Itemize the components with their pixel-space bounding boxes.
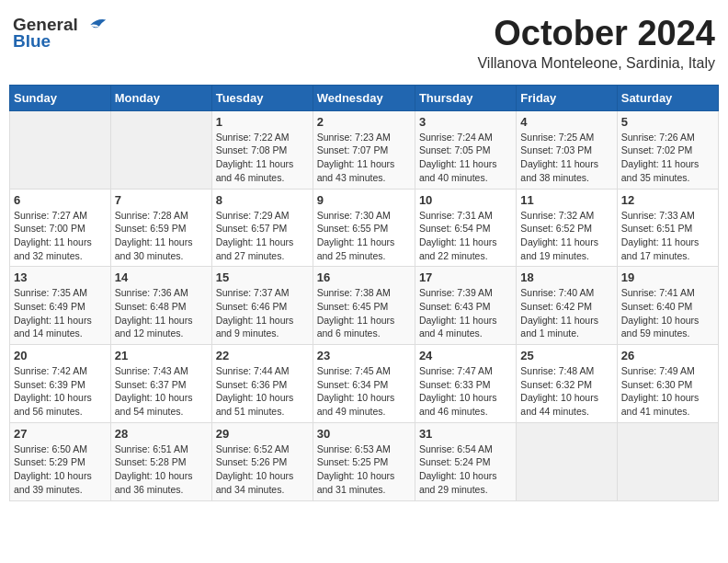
- day-info: Sunrise: 7:36 AMSunset: 6:48 PMDaylight:…: [115, 286, 208, 340]
- calendar-cell: 28Sunrise: 6:51 AMSunset: 5:28 PMDayligh…: [110, 422, 211, 500]
- calendar-body: 1Sunrise: 7:22 AMSunset: 7:08 PMDaylight…: [10, 110, 719, 500]
- day-info: Sunrise: 7:44 AMSunset: 6:36 PMDaylight:…: [216, 364, 309, 419]
- day-number: 28: [115, 427, 208, 441]
- calendar-cell: 23Sunrise: 7:45 AMSunset: 6:34 PMDayligh…: [313, 345, 415, 423]
- day-info: Sunrise: 7:23 AMSunset: 7:07 PMDaylight:…: [317, 131, 411, 185]
- calendar-cell: [617, 422, 718, 500]
- title-block: October 2024 Villanova Monteleone, Sardi…: [477, 15, 715, 72]
- calendar-cell: 20Sunrise: 7:42 AMSunset: 6:39 PMDayligh…: [10, 345, 111, 423]
- day-number: 9: [317, 193, 411, 207]
- calendar-cell: 25Sunrise: 7:48 AMSunset: 6:32 PMDayligh…: [517, 345, 617, 423]
- calendar-week-3: 13Sunrise: 7:35 AMSunset: 6:49 PMDayligh…: [10, 267, 719, 345]
- calendar-cell: 17Sunrise: 7:39 AMSunset: 6:43 PMDayligh…: [415, 267, 516, 345]
- day-number: 19: [621, 270, 714, 284]
- day-info: Sunrise: 7:38 AMSunset: 6:45 PMDaylight:…: [317, 286, 411, 340]
- calendar-table: SundayMondayTuesdayWednesdayThursdayFrid…: [9, 85, 719, 501]
- day-info: Sunrise: 7:47 AMSunset: 6:33 PMDaylight:…: [419, 364, 512, 419]
- calendar-cell: 10Sunrise: 7:31 AMSunset: 6:54 PMDayligh…: [415, 189, 516, 267]
- day-info: Sunrise: 7:42 AMSunset: 6:39 PMDaylight:…: [14, 364, 107, 419]
- day-info: Sunrise: 7:25 AMSunset: 7:03 PMDaylight:…: [520, 131, 612, 185]
- day-number: 30: [317, 427, 411, 441]
- day-number: 31: [419, 427, 512, 441]
- calendar-cell: 7Sunrise: 7:28 AMSunset: 6:59 PMDaylight…: [110, 189, 211, 267]
- calendar-cell: 27Sunrise: 6:50 AMSunset: 5:29 PMDayligh…: [10, 422, 111, 500]
- day-number: 5: [621, 115, 714, 129]
- calendar-cell: 18Sunrise: 7:40 AMSunset: 6:42 PMDayligh…: [517, 267, 617, 345]
- day-number: 10: [419, 193, 512, 207]
- month-title: October 2024: [477, 15, 715, 53]
- col-header-tuesday: Tuesday: [211, 85, 313, 110]
- location-title: Villanova Monteleone, Sardinia, Italy: [477, 55, 715, 72]
- day-number: 1: [216, 115, 309, 129]
- calendar-cell: 15Sunrise: 7:37 AMSunset: 6:46 PMDayligh…: [211, 267, 313, 345]
- calendar-cell: [517, 422, 617, 500]
- calendar-cell: 24Sunrise: 7:47 AMSunset: 6:33 PMDayligh…: [415, 345, 516, 423]
- day-info: Sunrise: 7:29 AMSunset: 6:57 PMDaylight:…: [216, 209, 309, 263]
- calendar-cell: 1Sunrise: 7:22 AMSunset: 7:08 PMDaylight…: [211, 110, 313, 189]
- page-header: General Blue October 2024 Villanova Mont…: [9, 9, 719, 77]
- day-number: 8: [216, 193, 309, 207]
- calendar-cell: 9Sunrise: 7:30 AMSunset: 6:55 PMDaylight…: [313, 189, 415, 267]
- day-number: 26: [621, 349, 714, 362]
- logo-blue: Blue: [13, 31, 51, 52]
- day-number: 21: [115, 349, 208, 362]
- calendar-cell: 13Sunrise: 7:35 AMSunset: 6:49 PMDayligh…: [10, 267, 111, 345]
- day-info: Sunrise: 6:51 AMSunset: 5:28 PMDaylight:…: [115, 442, 208, 497]
- calendar-week-4: 20Sunrise: 7:42 AMSunset: 6:39 PMDayligh…: [10, 345, 719, 423]
- logo: General Blue: [13, 15, 108, 52]
- calendar-cell: 3Sunrise: 7:24 AMSunset: 7:05 PMDaylight…: [415, 110, 516, 189]
- day-number: 13: [14, 270, 107, 284]
- day-info: Sunrise: 7:31 AMSunset: 6:54 PMDaylight:…: [419, 209, 512, 263]
- day-info: Sunrise: 7:24 AMSunset: 7:05 PMDaylight:…: [419, 131, 512, 185]
- col-header-sunday: Sunday: [10, 85, 111, 110]
- calendar-cell: 26Sunrise: 7:49 AMSunset: 6:30 PMDayligh…: [617, 345, 718, 423]
- logo-bird-icon: [82, 16, 108, 34]
- day-number: 3: [419, 115, 512, 129]
- day-number: 2: [317, 115, 411, 129]
- col-header-monday: Monday: [110, 85, 211, 110]
- day-info: Sunrise: 7:40 AMSunset: 6:42 PMDaylight:…: [520, 286, 612, 340]
- calendar-cell: 19Sunrise: 7:41 AMSunset: 6:40 PMDayligh…: [617, 267, 718, 345]
- calendar-header-row: SundayMondayTuesdayWednesdayThursdayFrid…: [10, 85, 719, 110]
- calendar-cell: 21Sunrise: 7:43 AMSunset: 6:37 PMDayligh…: [110, 345, 211, 423]
- day-info: Sunrise: 7:32 AMSunset: 6:52 PMDaylight:…: [520, 209, 612, 263]
- col-header-friday: Friday: [517, 85, 617, 110]
- col-header-saturday: Saturday: [617, 85, 718, 110]
- day-number: 22: [216, 349, 309, 362]
- day-number: 18: [520, 270, 612, 284]
- calendar-cell: 14Sunrise: 7:36 AMSunset: 6:48 PMDayligh…: [110, 267, 211, 345]
- day-info: Sunrise: 7:49 AMSunset: 6:30 PMDaylight:…: [621, 364, 714, 419]
- day-info: Sunrise: 6:54 AMSunset: 5:24 PMDaylight:…: [419, 442, 512, 497]
- calendar-cell: 2Sunrise: 7:23 AMSunset: 7:07 PMDaylight…: [313, 110, 415, 189]
- calendar-cell: 11Sunrise: 7:32 AMSunset: 6:52 PMDayligh…: [517, 189, 617, 267]
- calendar-cell: 4Sunrise: 7:25 AMSunset: 7:03 PMDaylight…: [517, 110, 617, 189]
- calendar-cell: 30Sunrise: 6:53 AMSunset: 5:25 PMDayligh…: [313, 422, 415, 500]
- day-info: Sunrise: 7:35 AMSunset: 6:49 PMDaylight:…: [14, 286, 107, 340]
- day-info: Sunrise: 7:27 AMSunset: 7:00 PMDaylight:…: [14, 209, 107, 263]
- calendar-cell: [10, 110, 111, 189]
- calendar-week-2: 6Sunrise: 7:27 AMSunset: 7:00 PMDaylight…: [10, 189, 719, 267]
- calendar-cell: 31Sunrise: 6:54 AMSunset: 5:24 PMDayligh…: [415, 422, 516, 500]
- calendar-week-1: 1Sunrise: 7:22 AMSunset: 7:08 PMDaylight…: [10, 110, 719, 189]
- day-number: 25: [520, 349, 612, 362]
- day-info: Sunrise: 7:22 AMSunset: 7:08 PMDaylight:…: [216, 131, 309, 185]
- calendar-cell: 12Sunrise: 7:33 AMSunset: 6:51 PMDayligh…: [617, 189, 718, 267]
- day-info: Sunrise: 7:45 AMSunset: 6:34 PMDaylight:…: [317, 364, 411, 419]
- day-info: Sunrise: 6:50 AMSunset: 5:29 PMDaylight:…: [14, 442, 107, 497]
- calendar-cell: 29Sunrise: 6:52 AMSunset: 5:26 PMDayligh…: [211, 422, 313, 500]
- day-info: Sunrise: 6:52 AMSunset: 5:26 PMDaylight:…: [216, 442, 309, 497]
- day-info: Sunrise: 6:53 AMSunset: 5:25 PMDaylight:…: [317, 442, 411, 497]
- day-number: 12: [621, 193, 714, 207]
- day-number: 11: [520, 193, 612, 207]
- day-number: 15: [216, 270, 309, 284]
- day-info: Sunrise: 7:37 AMSunset: 6:46 PMDaylight:…: [216, 286, 309, 340]
- day-info: Sunrise: 7:30 AMSunset: 6:55 PMDaylight:…: [317, 209, 411, 263]
- day-number: 29: [216, 427, 309, 441]
- day-info: Sunrise: 7:33 AMSunset: 6:51 PMDaylight:…: [621, 209, 714, 263]
- day-info: Sunrise: 7:26 AMSunset: 7:02 PMDaylight:…: [621, 131, 714, 185]
- day-number: 20: [14, 349, 107, 362]
- day-info: Sunrise: 7:28 AMSunset: 6:59 PMDaylight:…: [115, 209, 208, 263]
- calendar-cell: 22Sunrise: 7:44 AMSunset: 6:36 PMDayligh…: [211, 345, 313, 423]
- day-number: 24: [419, 349, 512, 362]
- day-number: 27: [14, 427, 107, 441]
